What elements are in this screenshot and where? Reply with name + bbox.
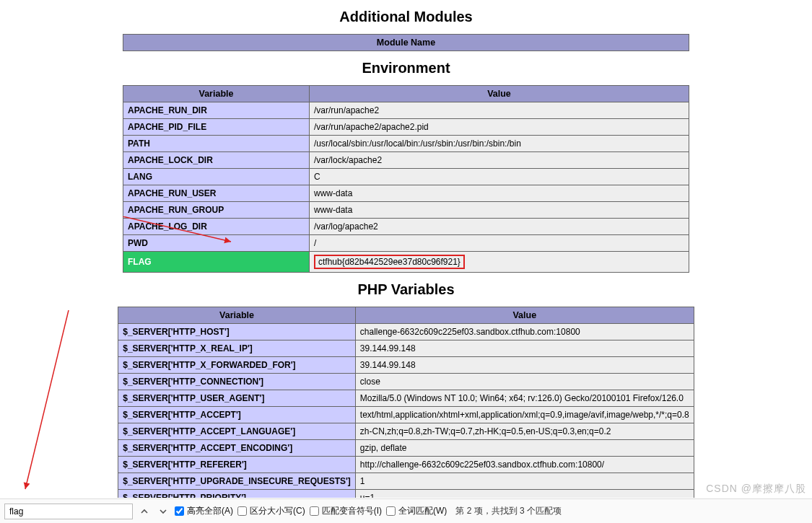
- chevron-up-icon: [140, 507, 149, 516]
- env-key: APACHE_PID_FILE: [123, 119, 310, 136]
- table-row: $_SERVER['HTTP_CONNECTION']close: [118, 374, 694, 390]
- php-key: $_SERVER['HTTP_HOST']: [118, 324, 356, 340]
- php-key: $_SERVER['HTTP_X_REAL_IP']: [118, 340, 356, 357]
- php-value: text/html,application/xhtml+xml,applicat…: [355, 407, 694, 423]
- table-row: $_SERVER['HTTP_X_REAL_IP']39.144.99.148: [118, 340, 694, 357]
- table-row: LANGC: [123, 169, 689, 185]
- env-value: ctfhub{d82b442529ee37d80c96f921}: [310, 252, 689, 273]
- php-key: $_SERVER['HTTP_PRIORITY']: [118, 490, 356, 498]
- php-key: $_SERVER['HTTP_X_FORWARDED_FOR']: [118, 357, 356, 374]
- table-row: FLAGctfhub{d82b442529ee37d80c96f921}: [123, 252, 689, 273]
- php-value: u=1: [355, 490, 694, 498]
- php-value: 39.144.99.148: [355, 357, 694, 374]
- php-key: $_SERVER['HTTP_UPGRADE_INSECURE_REQUESTS…: [118, 473, 356, 490]
- table-row: $_SERVER['HTTP_USER_AGENT']Mozilla/5.0 (…: [118, 390, 694, 407]
- table-row: PATH/usr/local/sbin:/usr/local/bin:/usr/…: [123, 136, 689, 152]
- table-row: $_SERVER['HTTP_ACCEPT']text/html,applica…: [118, 407, 694, 423]
- find-in-page-bar: 高亮全部(A) 区分大小写(C) 匹配变音符号(I) 全词匹配(W) 第 2 项…: [0, 498, 812, 523]
- env-key: LANG: [123, 169, 310, 185]
- match-case-label: 区分大小写(C): [250, 505, 305, 517]
- table-row: $_SERVER['HTTP_X_FORWARDED_FOR']39.144.9…: [118, 357, 694, 374]
- php-key: $_SERVER['HTTP_ACCEPT_LANGUAGE']: [118, 423, 356, 440]
- php-header-variable: Variable: [118, 307, 356, 324]
- env-key: APACHE_RUN_GROUP: [123, 202, 310, 219]
- table-row: APACHE_RUN_DIR/var/run/apache2: [123, 102, 689, 119]
- table-row: APACHE_PID_FILE/var/run/apache2/apache2.…: [123, 119, 689, 136]
- modules-header: Module Name: [123, 35, 689, 51]
- highlight-all-checkbox[interactable]: 高亮全部(A): [175, 505, 233, 517]
- env-value: www-data: [310, 202, 689, 219]
- env-header-value: Value: [310, 86, 689, 102]
- section-title-modules: Additional Modules: [0, 9, 812, 25]
- checkbox-input[interactable]: [310, 506, 319, 516]
- php-key: $_SERVER['HTTP_ACCEPT_ENCODING']: [118, 440, 356, 457]
- table-row: $_SERVER['HTTP_HOST']challenge-6632c609c…: [118, 324, 694, 340]
- table-row: APACHE_RUN_USERwww-data: [123, 185, 689, 202]
- env-header-variable: Variable: [123, 86, 310, 102]
- checkbox-input[interactable]: [237, 506, 247, 516]
- env-key: FLAG: [123, 252, 310, 273]
- table-row: APACHE_RUN_GROUPwww-data: [123, 202, 689, 219]
- php-value: Mozilla/5.0 (Windows NT 10.0; Win64; x64…: [355, 390, 694, 407]
- table-row: PWD/: [123, 235, 689, 252]
- table-row: $_SERVER['HTTP_ACCEPT_ENCODING']gzip, de…: [118, 440, 694, 457]
- env-value: C: [310, 169, 689, 185]
- highlight-all-label: 高亮全部(A): [187, 505, 233, 517]
- table-row: $_SERVER['HTTP_PRIORITY']u=1: [118, 490, 694, 498]
- php-value: 1: [355, 473, 694, 490]
- match-case-checkbox[interactable]: 区分大小写(C): [237, 505, 305, 517]
- modules-table: Module Name: [123, 34, 689, 51]
- php-header-value: Value: [355, 307, 694, 324]
- env-key: PATH: [123, 136, 310, 152]
- env-key: APACHE_LOG_DIR: [123, 219, 310, 235]
- php-variables-table: Variable Value $_SERVER['HTTP_HOST']chal…: [118, 307, 694, 498]
- env-value: /var/run/apache2/apache2.pid: [310, 119, 689, 136]
- diacritics-label: 匹配变音符号(I): [322, 505, 382, 517]
- table-row: $_SERVER['HTTP_UPGRADE_INSECURE_REQUESTS…: [118, 473, 694, 490]
- whole-words-checkbox[interactable]: 全词匹配(W): [386, 505, 447, 517]
- env-value: /var/run/apache2: [310, 102, 689, 119]
- checkbox-input[interactable]: [175, 506, 184, 516]
- search-input[interactable]: [4, 504, 133, 519]
- table-row: $_SERVER['HTTP_REFERER']http://challenge…: [118, 457, 694, 473]
- php-value: gzip, deflate: [355, 440, 694, 457]
- php-value: zh-CN,zh;q=0.8,zh-TW;q=0.7,zh-HK;q=0.5,e…: [355, 423, 694, 440]
- table-row: $_SERVER['HTTP_ACCEPT_LANGUAGE']zh-CN,zh…: [118, 423, 694, 440]
- env-value: /var/lock/apache2: [310, 152, 689, 169]
- section-title-php: PHP Variables: [0, 281, 812, 298]
- find-next-button[interactable]: [156, 504, 170, 519]
- php-value: challenge-6632c609c225ef03.sandbox.ctfhu…: [355, 324, 694, 340]
- env-key: PWD: [123, 235, 310, 252]
- php-key: $_SERVER['HTTP_REFERER']: [118, 457, 356, 473]
- environment-table: Variable Value APACHE_RUN_DIR/var/run/ap…: [123, 85, 689, 273]
- php-key: $_SERVER['HTTP_USER_AGENT']: [118, 390, 356, 407]
- table-row: APACHE_LOCK_DIR/var/lock/apache2: [123, 152, 689, 169]
- env-key: APACHE_RUN_USER: [123, 185, 310, 202]
- php-value: 39.144.99.148: [355, 340, 694, 357]
- php-key: $_SERVER['HTTP_ACCEPT']: [118, 407, 356, 423]
- table-row: APACHE_LOG_DIR/var/log/apache2: [123, 219, 689, 235]
- env-value: /usr/local/sbin:/usr/local/bin:/usr/sbin…: [310, 136, 689, 152]
- php-value: http://challenge-6632c609c225ef03.sandbo…: [355, 457, 694, 473]
- env-value: www-data: [310, 185, 689, 202]
- env-value: /: [310, 235, 689, 252]
- section-title-environment: Environment: [0, 60, 812, 76]
- chevron-down-icon: [159, 507, 167, 516]
- find-prev-button[interactable]: [137, 504, 152, 519]
- flag-value-highlight: ctfhub{d82b442529ee37d80c96f921}: [314, 255, 465, 269]
- whole-words-label: 全词匹配(W): [398, 505, 447, 517]
- env-key: APACHE_LOCK_DIR: [123, 152, 310, 169]
- env-key: APACHE_RUN_DIR: [123, 102, 310, 119]
- php-value: close: [355, 374, 694, 390]
- php-key: $_SERVER['HTTP_CONNECTION']: [118, 374, 356, 390]
- diacritics-checkbox[interactable]: 匹配变音符号(I): [310, 505, 382, 517]
- checkbox-input[interactable]: [386, 506, 396, 516]
- find-status: 第 2 项，共找到 3 个匹配项: [455, 505, 562, 517]
- env-value: /var/log/apache2: [310, 219, 689, 235]
